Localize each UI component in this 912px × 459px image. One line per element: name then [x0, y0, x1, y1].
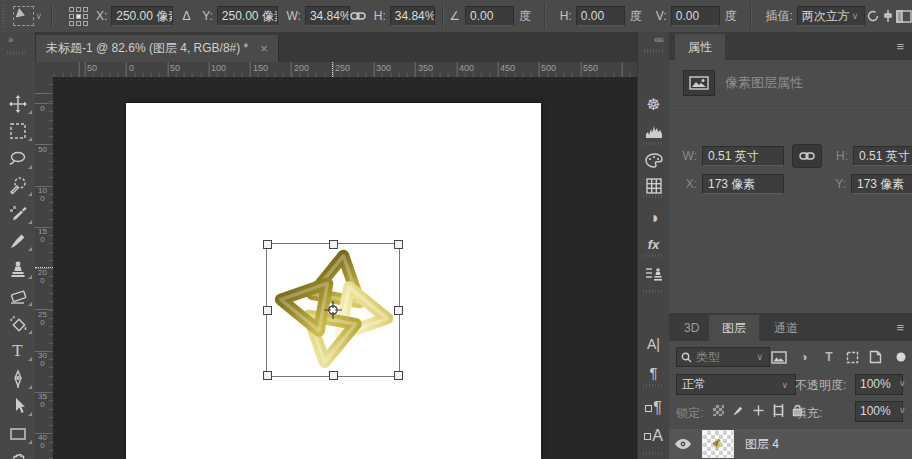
- layer-thumbnail[interactable]: [703, 431, 733, 457]
- transform-handle-n[interactable]: [329, 240, 338, 249]
- hand-tool-icon[interactable]: [0, 448, 35, 459]
- rectangle-tool-icon[interactable]: [0, 421, 35, 447]
- clone-stamp-icon[interactable]: [0, 256, 35, 282]
- angle-input[interactable]: 0.00: [465, 6, 514, 26]
- fill-input[interactable]: 100%: [855, 401, 903, 422]
- prop-w-input[interactable]: 0.51 英寸: [702, 146, 784, 166]
- toolbar-grip[interactable]: [7, 51, 28, 55]
- layer-row[interactable]: 图层 4: [669, 429, 912, 459]
- layer-visibility-toggle[interactable]: [669, 438, 697, 450]
- horizontal-ruler[interactable]: 50 0 50 100 150 200 250 300 350 400 450 …: [53, 62, 637, 78]
- ruler-number: 250: [335, 63, 350, 73]
- ruler-number: 150: [38, 228, 47, 244]
- reference-point-crosshair-icon[interactable]: [323, 300, 343, 320]
- prop-x-input[interactable]: 173 像素: [702, 174, 784, 194]
- path-selection-icon[interactable]: [0, 393, 35, 419]
- layer-filter-select[interactable]: 类型 ∨: [676, 347, 770, 367]
- transform-handle-se[interactable]: [394, 371, 403, 380]
- character-styles-icon[interactable]: A: [638, 424, 669, 448]
- move-tool-icon[interactable]: [0, 91, 35, 117]
- options-bar-grip[interactable]: [2, 5, 5, 27]
- transform-bounding-box[interactable]: [266, 243, 400, 377]
- lock-transparent-icon[interactable]: [709, 401, 727, 419]
- tab-properties[interactable]: 属性: [675, 34, 725, 60]
- prop-h-input[interactable]: 0.51 英寸: [853, 146, 912, 166]
- separator: [544, 4, 545, 28]
- properties-header-label: 像素图层属性: [725, 74, 803, 92]
- panel-menu-icon[interactable]: ≡: [896, 320, 904, 335]
- tab-3d[interactable]: 3D: [671, 315, 712, 341]
- close-icon[interactable]: ×: [260, 41, 268, 56]
- blend-mode-select[interactable]: 正常 ∨: [676, 374, 796, 395]
- dropdown-chevron-icon[interactable]: ∨: [899, 405, 906, 415]
- opacity-input[interactable]: 100%: [855, 374, 903, 395]
- x-input[interactable]: 250.00 像素: [111, 6, 173, 26]
- link-wh-icon[interactable]: [792, 144, 822, 168]
- transform-handle-nw[interactable]: [263, 240, 272, 249]
- transform-handle-e[interactable]: [394, 306, 403, 315]
- eyedropper-icon[interactable]: [0, 201, 35, 227]
- color-icon[interactable]: [638, 148, 669, 172]
- styles-icon[interactable]: fx: [638, 232, 669, 256]
- dropdown-chevron-icon[interactable]: ∨: [899, 378, 906, 388]
- prop-y-input[interactable]: 173 像素: [851, 174, 912, 194]
- layer-name[interactable]: 图层 4: [745, 436, 779, 453]
- filter-toggle-pin-icon[interactable]: [891, 347, 911, 367]
- document-tab[interactable]: 未标题-1 @ 82.6% (图层 4, RGB/8#) * ×: [36, 35, 279, 62]
- lock-artboard-icon[interactable]: [769, 401, 787, 419]
- link-dimensions-icon[interactable]: [350, 6, 366, 26]
- toolbar-expand-icon[interactable]: »: [0, 32, 35, 48]
- lock-position-icon[interactable]: [749, 401, 767, 419]
- y-input[interactable]: 250.00 像素: [217, 6, 279, 26]
- interpolation-select[interactable]: 两次立方 ∨: [797, 6, 866, 26]
- vertical-ruler[interactable]: 0 50 100 150 200 250 300 350 400: [35, 77, 54, 459]
- prop-x-label: X:: [679, 177, 697, 191]
- delta-relative-icon[interactable]: Δ: [179, 6, 194, 26]
- histogram-icon[interactable]: [638, 120, 669, 144]
- dock-grip[interactable]: [644, 49, 663, 53]
- adjustment-layer-filter-icon[interactable]: ◑: [794, 347, 814, 367]
- type-tool-icon[interactable]: T: [0, 338, 35, 364]
- paragraph-icon[interactable]: ¶: [638, 360, 669, 384]
- w-input[interactable]: 34.84%: [305, 6, 350, 26]
- flyout-chevron-icon[interactable]: ∨: [36, 11, 43, 21]
- h-skew-input[interactable]: 0.00: [576, 6, 625, 26]
- tab-channels[interactable]: 通道: [761, 315, 811, 341]
- character-icon[interactable]: A|: [638, 332, 669, 356]
- quick-selection-icon[interactable]: [0, 173, 35, 199]
- rect-marquee-icon[interactable]: [0, 118, 35, 144]
- brush-icon[interactable]: [0, 228, 35, 254]
- smart-object-filter-icon[interactable]: [865, 347, 885, 367]
- pen-tool-icon[interactable]: [0, 366, 35, 392]
- shape-layer-filter-icon[interactable]: [842, 347, 862, 367]
- slider-icon[interactable]: [881, 6, 896, 26]
- transform-handle-ne[interactable]: [394, 240, 403, 249]
- reference-point-locator-icon[interactable]: [69, 7, 88, 26]
- panel-menu-icon[interactable]: ≡: [896, 39, 904, 54]
- lasso-icon[interactable]: [0, 146, 35, 172]
- navigator-icon[interactable]: ☸: [638, 92, 669, 116]
- fill-label: 填充:: [795, 405, 822, 422]
- eraser-icon[interactable]: [0, 283, 35, 309]
- dock-collapse-icon[interactable]: ««: [638, 32, 669, 45]
- adjustments-icon[interactable]: ◑: [638, 206, 669, 230]
- transform-handle-s[interactable]: [329, 371, 338, 380]
- tab-layers[interactable]: 图层: [709, 315, 759, 341]
- v-skew-input[interactable]: 0.00: [671, 6, 720, 26]
- h-input[interactable]: 34.84%: [390, 6, 435, 26]
- ruler-origin-corner[interactable]: [35, 62, 54, 78]
- lock-pixels-icon[interactable]: [729, 401, 747, 419]
- pixel-layer-filter-icon[interactable]: [769, 347, 789, 367]
- pasteboard[interactable]: [53, 77, 637, 459]
- paint-bucket-icon[interactable]: [0, 311, 35, 337]
- canvas[interactable]: [126, 103, 541, 459]
- transform-handle-w[interactable]: [263, 306, 272, 315]
- warp-mode-icon[interactable]: [896, 6, 912, 26]
- type-layer-filter-icon[interactable]: T: [819, 347, 839, 367]
- prop-h-label: H:: [830, 149, 848, 163]
- h-skew-unit: 度: [630, 8, 642, 25]
- rotate-icon[interactable]: [865, 6, 880, 26]
- paragraph-styles-icon[interactable]: ¶: [638, 396, 669, 420]
- history-icon[interactable]: [638, 262, 669, 286]
- transform-handle-sw[interactable]: [263, 371, 272, 380]
